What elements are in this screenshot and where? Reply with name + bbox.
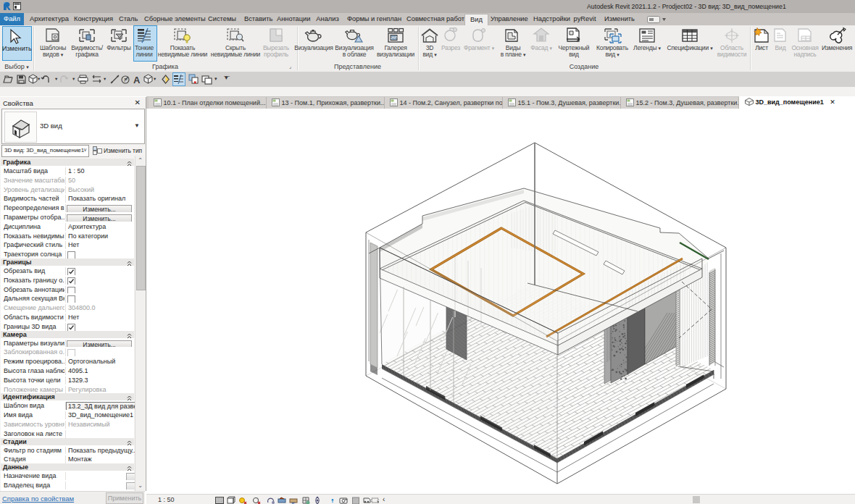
svg-text:A: A <box>133 75 141 85</box>
svg-text:P: P <box>124 77 128 83</box>
